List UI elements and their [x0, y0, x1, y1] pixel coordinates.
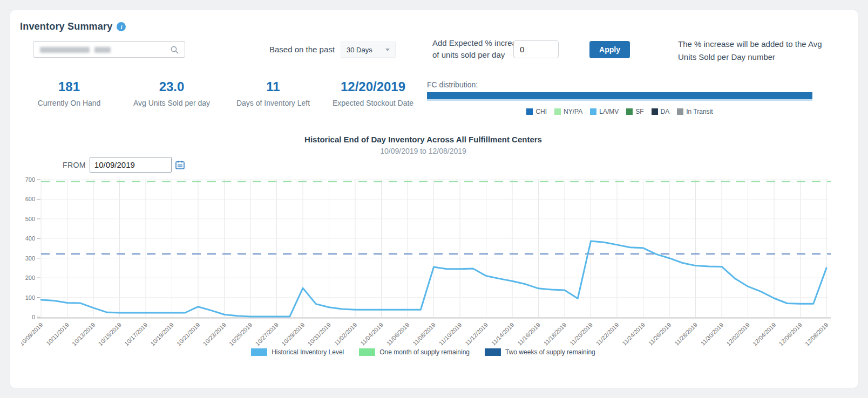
svg-text:10/31/2019: 10/31/2019 — [306, 321, 331, 347]
fc-legend-item: SF — [626, 108, 643, 115]
svg-text:11/18/2019: 11/18/2019 — [542, 321, 568, 347]
legend-label: CHI — [535, 108, 547, 115]
calendar-icon[interactable] — [175, 160, 185, 169]
card-header: Inventory Summary i — [20, 21, 126, 32]
search-input[interactable] — [33, 41, 185, 58]
increase-label-line1: Add Expected % increase — [432, 37, 525, 49]
fc-legend-item: In Transit — [677, 108, 713, 115]
svg-text:12/04/2019: 12/04/2019 — [751, 321, 777, 347]
fc-legend-item: NY/PA — [554, 108, 582, 115]
svg-text:300: 300 — [25, 255, 35, 262]
svg-text:11/12/2019: 11/12/2019 — [464, 321, 489, 347]
increase-note-line2: Units Sold per Day number — [678, 51, 843, 64]
svg-text:0: 0 — [32, 314, 35, 320]
search-redacted-text — [40, 47, 111, 53]
increase-percent-field[interactable] — [513, 40, 559, 58]
svg-text:11/14/2019: 11/14/2019 — [490, 321, 516, 347]
chart-legend-item: Historical Inventory Level — [251, 348, 344, 356]
increase-label: Add Expected % increase of units sold pe… — [432, 37, 525, 61]
svg-text:11/20/2019: 11/20/2019 — [568, 321, 594, 347]
chevron-down-icon — [385, 49, 390, 51]
stat-label: Days of Inventory Left — [225, 99, 322, 107]
svg-text:10/15/2019: 10/15/2019 — [97, 321, 122, 347]
increase-note-line1: The % increase will be added to the Avg — [678, 38, 843, 51]
legend-label: NY/PA — [564, 108, 582, 115]
from-date-row: FROM — [63, 157, 185, 173]
period-dropdown-value: 30 Days — [347, 46, 385, 54]
svg-text:11/02/2019: 11/02/2019 — [333, 321, 358, 347]
svg-text:200: 200 — [25, 275, 35, 281]
stat-avg-units-sold: 23.0 Avg Units Sold per day — [123, 79, 220, 107]
svg-text:12/06/2019: 12/06/2019 — [777, 321, 803, 347]
svg-text:600: 600 — [25, 196, 35, 202]
legend-swatch — [677, 108, 683, 115]
svg-text:10/21/2019: 10/21/2019 — [175, 321, 201, 347]
svg-text:12/08/2019: 12/08/2019 — [804, 321, 829, 347]
svg-text:700: 700 — [25, 176, 35, 183]
stat-expected-stockout: 12/20/2019 Expected Stockout Date — [319, 79, 427, 107]
chart-area: 010020030040050060070010/09/201910/11/20… — [21, 172, 847, 361]
svg-text:11/26/2019: 11/26/2019 — [647, 321, 673, 347]
stat-value: 23.0 — [123, 79, 220, 94]
from-date-field[interactable] — [90, 157, 172, 173]
legend-label: One month of supply remaining — [379, 348, 470, 356]
stat-currently-on-hand: 181 Currently On Hand — [21, 79, 118, 107]
legend-label: Historical Inventory Level — [272, 348, 344, 356]
stat-label: Expected Stockout Date — [319, 99, 427, 107]
based-on-label: Based on the past — [269, 45, 335, 54]
period-dropdown[interactable]: 30 Days — [341, 42, 396, 58]
page-title: Inventory Summary — [20, 21, 112, 32]
svg-text:10/27/2019: 10/27/2019 — [254, 321, 279, 347]
svg-text:10/29/2019: 10/29/2019 — [280, 321, 306, 347]
fc-legend-item: DA — [652, 108, 670, 115]
legend-label: SF — [635, 108, 643, 115]
svg-text:10/19/2019: 10/19/2019 — [149, 321, 174, 347]
increase-label-line2: of units sold per day — [432, 49, 525, 61]
fc-legend-item: LA/MV — [590, 108, 619, 115]
legend-swatch — [251, 348, 267, 356]
inventory-line-chart: 010020030040050060070010/09/201910/11/20… — [21, 172, 847, 361]
fc-legend-item: CHI — [526, 108, 547, 115]
from-label: FROM — [63, 161, 86, 169]
apply-button[interactable]: Apply — [589, 41, 630, 58]
svg-text:400: 400 — [25, 235, 35, 242]
svg-text:11/06/2019: 11/06/2019 — [385, 321, 411, 347]
info-icon[interactable]: i — [117, 22, 126, 31]
chart-subtitle: 10/09/2019 to 12/08/2019 — [10, 147, 836, 155]
svg-text:11/22/2019: 11/22/2019 — [595, 321, 620, 347]
svg-text:10/25/2019: 10/25/2019 — [228, 321, 253, 347]
chart-legend: Historical Inventory LevelOne month of s… — [10, 348, 836, 356]
svg-text:100: 100 — [25, 294, 35, 301]
svg-text:10/09/2019: 10/09/2019 — [21, 321, 44, 347]
search-icon[interactable] — [170, 45, 179, 57]
svg-text:11/28/2019: 11/28/2019 — [673, 321, 699, 347]
svg-text:12/02/2019: 12/02/2019 — [725, 321, 750, 347]
svg-text:11/04/2019: 11/04/2019 — [359, 321, 384, 347]
legend-swatch — [590, 108, 596, 115]
chart-legend-item: One month of supply remaining — [359, 348, 470, 356]
legend-label: DA — [661, 108, 670, 115]
svg-text:11/10/2019: 11/10/2019 — [438, 321, 463, 347]
legend-swatch — [485, 348, 501, 356]
increase-note: The % increase will be added to the Avg … — [678, 38, 843, 64]
chart-legend-item: Two weeks of supply remaining — [485, 348, 595, 356]
fc-distribution-legend: CHINY/PALA/MVSFDAIn Transit — [427, 108, 812, 115]
legend-swatch — [652, 108, 658, 115]
stat-label: Avg Units Sold per day — [123, 99, 220, 107]
legend-swatch — [626, 108, 633, 115]
chart-title: Historical End of Day Inventory Across A… — [10, 135, 836, 144]
legend-swatch — [359, 348, 375, 356]
legend-label: Two weeks of supply remaining — [505, 348, 595, 356]
legend-label: LA/MV — [599, 108, 619, 115]
stat-value: 181 — [21, 79, 118, 94]
svg-text:11/30/2019: 11/30/2019 — [700, 321, 725, 347]
svg-text:11/24/2019: 11/24/2019 — [621, 321, 646, 347]
svg-text:10/17/2019: 10/17/2019 — [123, 321, 148, 347]
inventory-summary-card: Inventory Summary i Based on the past 30… — [10, 10, 858, 388]
svg-text:10/23/2019: 10/23/2019 — [201, 321, 227, 347]
svg-text:10/13/2019: 10/13/2019 — [71, 321, 96, 347]
legend-label: In Transit — [686, 108, 713, 115]
fc-segment-chi — [427, 92, 812, 99]
stat-value: 12/20/2019 — [319, 79, 427, 94]
legend-swatch — [554, 108, 561, 115]
